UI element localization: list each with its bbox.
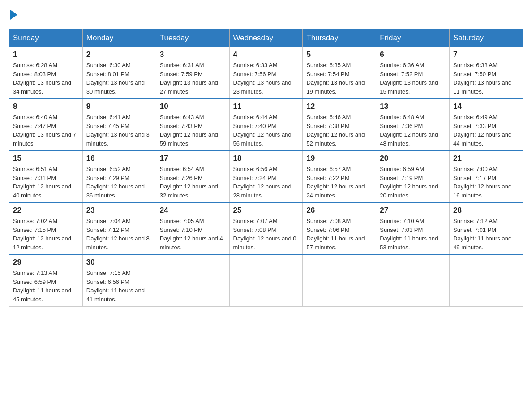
day-number: 6 <box>380 50 446 59</box>
day-info: Sunrise: 6:44 AMSunset: 7:40 PMDaylight:… <box>233 113 299 148</box>
day-number: 4 <box>233 50 299 59</box>
day-info: Sunrise: 7:00 AMSunset: 7:17 PMDaylight:… <box>453 165 519 200</box>
day-number: 26 <box>306 206 372 215</box>
day-number: 2 <box>86 50 152 59</box>
logo <box>9 9 17 20</box>
day-number: 18 <box>233 154 299 163</box>
calendar-cell <box>450 255 523 307</box>
day-info: Sunrise: 6:36 AMSunset: 7:52 PMDaylight:… <box>380 61 446 96</box>
day-number: 16 <box>86 154 152 163</box>
day-info: Sunrise: 6:33 AMSunset: 7:56 PMDaylight:… <box>233 61 299 96</box>
day-number: 24 <box>160 206 226 215</box>
calendar-cell: 30Sunrise: 7:15 AMSunset: 6:56 PMDayligh… <box>82 255 156 307</box>
calendar-cell <box>156 255 229 307</box>
day-info: Sunrise: 6:48 AMSunset: 7:36 PMDaylight:… <box>380 113 446 148</box>
calendar-header-row: SundayMondayTuesdayWednesdayThursdayFrid… <box>9 29 523 47</box>
calendar-cell: 16Sunrise: 6:52 AMSunset: 7:29 PMDayligh… <box>82 151 156 203</box>
calendar-cell: 1Sunrise: 6:28 AMSunset: 8:03 PMDaylight… <box>9 47 83 99</box>
calendar-header-tuesday: Tuesday <box>156 29 229 47</box>
calendar-cell: 5Sunrise: 6:35 AMSunset: 7:54 PMDaylight… <box>303 47 376 99</box>
calendar-week-row: 8Sunrise: 6:40 AMSunset: 7:47 PMDaylight… <box>9 99 523 151</box>
calendar-cell: 29Sunrise: 7:13 AMSunset: 6:59 PMDayligh… <box>9 255 83 307</box>
calendar-cell <box>376 255 450 307</box>
day-number: 30 <box>86 258 152 267</box>
calendar-cell: 6Sunrise: 6:36 AMSunset: 7:52 PMDaylight… <box>376 47 450 99</box>
day-number: 11 <box>233 102 299 111</box>
day-info: Sunrise: 7:08 AMSunset: 7:06 PMDaylight:… <box>306 217 372 252</box>
calendar-cell: 8Sunrise: 6:40 AMSunset: 7:47 PMDaylight… <box>9 99 83 151</box>
day-number: 19 <box>306 154 372 163</box>
calendar-table: SundayMondayTuesdayWednesdayThursdayFrid… <box>9 29 523 307</box>
day-number: 3 <box>160 50 226 59</box>
day-number: 12 <box>306 102 372 111</box>
day-number: 8 <box>13 102 79 111</box>
calendar-cell: 28Sunrise: 7:12 AMSunset: 7:01 PMDayligh… <box>450 203 523 255</box>
day-info: Sunrise: 6:35 AMSunset: 7:54 PMDaylight:… <box>306 61 372 96</box>
calendar-cell: 27Sunrise: 7:10 AMSunset: 7:03 PMDayligh… <box>376 203 450 255</box>
day-info: Sunrise: 6:56 AMSunset: 7:24 PMDaylight:… <box>233 165 299 200</box>
day-info: Sunrise: 6:38 AMSunset: 7:50 PMDaylight:… <box>453 61 519 96</box>
day-info: Sunrise: 7:10 AMSunset: 7:03 PMDaylight:… <box>380 217 446 252</box>
day-info: Sunrise: 6:41 AMSunset: 7:45 PMDaylight:… <box>86 113 152 148</box>
logo-arrow-icon <box>10 10 17 20</box>
day-info: Sunrise: 6:52 AMSunset: 7:29 PMDaylight:… <box>86 165 152 200</box>
day-number: 20 <box>380 154 446 163</box>
day-info: Sunrise: 6:28 AMSunset: 8:03 PMDaylight:… <box>13 61 79 96</box>
day-number: 5 <box>306 50 372 59</box>
calendar-cell: 20Sunrise: 6:59 AMSunset: 7:19 PMDayligh… <box>376 151 450 203</box>
day-number: 21 <box>453 154 519 163</box>
day-number: 22 <box>13 206 79 215</box>
calendar-cell: 25Sunrise: 7:07 AMSunset: 7:08 PMDayligh… <box>229 203 303 255</box>
day-info: Sunrise: 7:07 AMSunset: 7:08 PMDaylight:… <box>233 217 299 252</box>
day-info: Sunrise: 6:40 AMSunset: 7:47 PMDaylight:… <box>13 113 79 148</box>
day-number: 23 <box>86 206 152 215</box>
day-number: 28 <box>453 206 519 215</box>
day-number: 29 <box>13 258 79 267</box>
calendar-cell <box>303 255 376 307</box>
calendar-cell: 4Sunrise: 6:33 AMSunset: 7:56 PMDaylight… <box>229 47 303 99</box>
day-number: 14 <box>453 102 519 111</box>
calendar-cell: 26Sunrise: 7:08 AMSunset: 7:06 PMDayligh… <box>303 203 376 255</box>
day-info: Sunrise: 7:13 AMSunset: 6:59 PMDaylight:… <box>13 269 79 304</box>
day-info: Sunrise: 7:02 AMSunset: 7:15 PMDaylight:… <box>13 217 79 252</box>
calendar-cell: 9Sunrise: 6:41 AMSunset: 7:45 PMDaylight… <box>82 99 156 151</box>
day-info: Sunrise: 6:59 AMSunset: 7:19 PMDaylight:… <box>380 165 446 200</box>
calendar-cell: 19Sunrise: 6:57 AMSunset: 7:22 PMDayligh… <box>303 151 376 203</box>
calendar-cell: 21Sunrise: 7:00 AMSunset: 7:17 PMDayligh… <box>450 151 523 203</box>
calendar-cell: 22Sunrise: 7:02 AMSunset: 7:15 PMDayligh… <box>9 203 83 255</box>
calendar-cell: 2Sunrise: 6:30 AMSunset: 8:01 PMDaylight… <box>82 47 156 99</box>
calendar-cell: 23Sunrise: 7:04 AMSunset: 7:12 PMDayligh… <box>82 203 156 255</box>
day-info: Sunrise: 6:46 AMSunset: 7:38 PMDaylight:… <box>306 113 372 148</box>
calendar-header-sunday: Sunday <box>9 29 83 47</box>
calendar-cell: 7Sunrise: 6:38 AMSunset: 7:50 PMDaylight… <box>450 47 523 99</box>
day-number: 9 <box>86 102 152 111</box>
calendar-week-row: 22Sunrise: 7:02 AMSunset: 7:15 PMDayligh… <box>9 203 523 255</box>
calendar-cell: 3Sunrise: 6:31 AMSunset: 7:59 PMDaylight… <box>156 47 229 99</box>
calendar-header-monday: Monday <box>82 29 156 47</box>
day-info: Sunrise: 7:05 AMSunset: 7:10 PMDaylight:… <box>160 217 226 252</box>
day-info: Sunrise: 6:51 AMSunset: 7:31 PMDaylight:… <box>13 165 79 200</box>
calendar-cell: 24Sunrise: 7:05 AMSunset: 7:10 PMDayligh… <box>156 203 229 255</box>
calendar-cell: 10Sunrise: 6:43 AMSunset: 7:43 PMDayligh… <box>156 99 229 151</box>
day-info: Sunrise: 7:15 AMSunset: 6:56 PMDaylight:… <box>86 269 152 304</box>
calendar-cell: 18Sunrise: 6:56 AMSunset: 7:24 PMDayligh… <box>229 151 303 203</box>
day-info: Sunrise: 7:04 AMSunset: 7:12 PMDaylight:… <box>86 217 152 252</box>
day-number: 10 <box>160 102 226 111</box>
day-info: Sunrise: 6:54 AMSunset: 7:26 PMDaylight:… <box>160 165 226 200</box>
calendar-cell: 14Sunrise: 6:49 AMSunset: 7:33 PMDayligh… <box>450 99 523 151</box>
calendar-header-saturday: Saturday <box>450 29 523 47</box>
day-info: Sunrise: 6:31 AMSunset: 7:59 PMDaylight:… <box>160 61 226 96</box>
day-number: 25 <box>233 206 299 215</box>
day-number: 15 <box>13 154 79 163</box>
calendar-header-friday: Friday <box>376 29 450 47</box>
calendar-week-row: 29Sunrise: 7:13 AMSunset: 6:59 PMDayligh… <box>9 255 523 307</box>
day-number: 7 <box>453 50 519 59</box>
day-number: 17 <box>160 154 226 163</box>
day-info: Sunrise: 6:30 AMSunset: 8:01 PMDaylight:… <box>86 61 152 96</box>
day-number: 1 <box>13 50 79 59</box>
day-info: Sunrise: 6:43 AMSunset: 7:43 PMDaylight:… <box>160 113 226 148</box>
day-info: Sunrise: 6:49 AMSunset: 7:33 PMDaylight:… <box>453 113 519 148</box>
calendar-cell <box>229 255 303 307</box>
calendar-header-wednesday: Wednesday <box>229 29 303 47</box>
calendar-cell: 11Sunrise: 6:44 AMSunset: 7:40 PMDayligh… <box>229 99 303 151</box>
